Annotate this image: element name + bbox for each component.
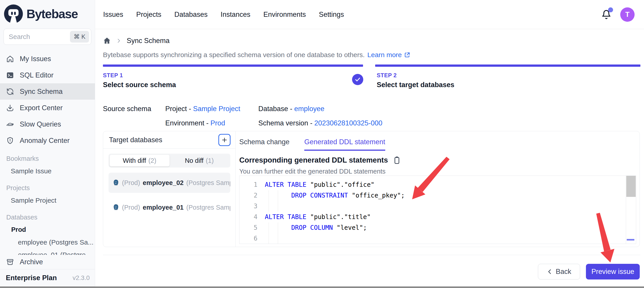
- project-link[interactable]: Sample Project: [193, 105, 240, 113]
- notification-dot: [608, 7, 613, 12]
- editor-scrollbar[interactable]: [626, 176, 636, 244]
- sidebar-section-projects: Projects: [0, 178, 95, 194]
- plan-name: Enterprise Plan: [6, 274, 57, 282]
- indent-guide: [278, 190, 278, 212]
- terminal-icon: [6, 71, 14, 79]
- learn-more-label: Learn more: [367, 51, 402, 59]
- item-name: employee_02: [143, 179, 184, 187]
- sync-icon: [6, 88, 14, 95]
- sidebar-item-label: Slow Queries: [20, 120, 61, 128]
- source-schema-label: Source schema: [103, 105, 165, 113]
- nav-issues[interactable]: Issues: [103, 10, 123, 18]
- environment-link[interactable]: Prod: [210, 119, 225, 127]
- step2-progress-bar: [375, 64, 640, 67]
- footer-divider: [103, 255, 640, 255]
- bytebase-app: Bytebase ⌘ K My Issues SQL Editor: [0, 0, 644, 288]
- line-number: 5: [240, 222, 258, 233]
- breadcrumb-page: Sync Schema: [127, 37, 170, 45]
- sidebar-item-archive[interactable]: Archive: [0, 255, 95, 269]
- sidebar-item-anomaly-center[interactable]: Anomaly Center: [0, 132, 95, 149]
- code-text: DROP CONSTRAINT "office_pkey";: [265, 190, 405, 201]
- code-text: ALTER TABLE "public"."office": [265, 179, 374, 190]
- plan-footer[interactable]: Enterprise Plan v2.3.0: [0, 269, 95, 287]
- preview-issue-button[interactable]: Preview issue: [586, 264, 640, 280]
- notification-bell-icon[interactable]: [602, 10, 611, 19]
- sidebar-item-my-issues[interactable]: My Issues: [0, 51, 95, 67]
- sidebar: Bytebase ⌘ K My Issues SQL Editor: [0, 0, 95, 288]
- nav-environments[interactable]: Environments: [264, 10, 306, 18]
- sidebar-item-slow-queries[interactable]: Slow Queries: [0, 116, 95, 132]
- tab-no-diff[interactable]: No diff (1): [170, 155, 230, 166]
- chevron-left-icon: [547, 269, 553, 275]
- sidebar-nav: My Issues SQL Editor Sync Schema Export …: [0, 51, 95, 149]
- database-key: Database -: [258, 105, 292, 113]
- step-2-title: Select target databases: [377, 81, 454, 89]
- line-number: 4: [240, 212, 258, 222]
- ddl-heading: Corresponding generated DDL statements: [239, 156, 388, 164]
- avatar[interactable]: T: [620, 7, 634, 22]
- postgres-icon: [112, 204, 119, 211]
- step1-progress-bar: [103, 64, 363, 67]
- home-icon[interactable]: [103, 37, 111, 45]
- target-databases-title: Target databases: [109, 136, 162, 144]
- target-database-item[interactable]: (Prod) employee_02 (Postgres Samp...: [108, 173, 230, 193]
- add-target-database-button[interactable]: [218, 134, 230, 146]
- target-database-item[interactable]: (Prod) employee_01 (Postgres Sampl...: [108, 197, 230, 218]
- postgres-icon: [112, 179, 119, 186]
- copy-icon[interactable]: [393, 156, 401, 164]
- nav-instances[interactable]: Instances: [221, 10, 250, 18]
- tab-generated-ddl[interactable]: Generated DDL statement: [304, 138, 385, 151]
- code-text: DROP COLUMN "level";: [265, 222, 367, 233]
- tab-schema-change[interactable]: Schema change: [239, 138, 290, 151]
- download-icon: [6, 104, 14, 112]
- search-shortcut-badge: ⌘ K: [70, 31, 89, 42]
- code-line: 4 ALTER TABLE "public"."title": [240, 212, 626, 222]
- bytebase-logo[interactable]: Bytebase: [0, 0, 95, 23]
- sidebar-item-sql-editor[interactable]: SQL Editor: [0, 67, 95, 83]
- version-link[interactable]: 20230628100325-000: [314, 119, 382, 127]
- item-instance: (Postgres Sampl...: [186, 204, 230, 211]
- step-1-title: Select source schema: [103, 81, 176, 89]
- turtle-icon: [6, 120, 14, 128]
- step-complete-check-icon: [352, 74, 363, 85]
- bytebase-logo-icon: [4, 4, 23, 23]
- tab-count: (1): [206, 157, 214, 164]
- environment-key: Environment -: [165, 119, 208, 127]
- source-database: Database - employee: [258, 105, 382, 113]
- database-link[interactable]: employee: [294, 105, 324, 113]
- sidebar-item-export-center[interactable]: Export Center: [0, 100, 95, 116]
- line-number: 2: [240, 190, 258, 201]
- back-button[interactable]: Back: [538, 264, 580, 280]
- top-nav: Issues Projects Databases Instances Envi…: [103, 10, 344, 18]
- ddl-heading-row: Corresponding generated DDL statements: [239, 156, 401, 164]
- source-version: Schema version - 20230628100325-000: [258, 119, 382, 127]
- sidebar-item-sample-project[interactable]: Sample Project: [0, 194, 95, 207]
- nav-projects[interactable]: Projects: [136, 10, 162, 18]
- sidebar-item-sample-issue[interactable]: Sample Issue: [0, 164, 95, 178]
- tab-with-diff[interactable]: With diff (2): [110, 155, 170, 166]
- item-instance: (Postgres Samp...: [186, 179, 230, 187]
- sync-schema-card: Target databases With diff (2) No diff (…: [103, 131, 640, 247]
- step-2[interactable]: STEP 2 Select target databases: [377, 72, 454, 89]
- source-project: Project - Sample Project: [165, 105, 258, 113]
- sidebar-item-label: Archive: [20, 258, 43, 266]
- sidebar-item-sync-schema[interactable]: Sync Schema: [0, 83, 95, 100]
- source-schema-summary: Source schema Project - Sample Project D…: [103, 105, 382, 127]
- item-name: employee_01: [143, 204, 184, 211]
- main-content: Sync Schema Bytebase supports synchroniz…: [95, 29, 644, 288]
- project-key: Project -: [165, 105, 191, 113]
- ddl-tabs: Schema change Generated DDL statement: [239, 138, 385, 151]
- sidebar-item-database[interactable]: employee (Postgres Sa...: [0, 236, 95, 249]
- code-line: 5 DROP COLUMN "level";: [240, 222, 626, 233]
- target-databases-panel: Target databases With diff (2) No diff (…: [103, 131, 236, 247]
- step-1[interactable]: STEP 1 Select source schema: [103, 72, 176, 89]
- learn-more-link[interactable]: Learn more: [367, 51, 410, 59]
- code-text: ALTER TABLE "public"."title": [265, 212, 371, 222]
- nav-settings[interactable]: Settings: [319, 10, 344, 18]
- tab-count: (2): [148, 157, 156, 164]
- nav-databases[interactable]: Databases: [174, 10, 208, 18]
- diff-filter-tabs: With diff (2) No diff (1): [108, 154, 230, 168]
- scrollbar-thumb[interactable]: [626, 176, 636, 197]
- version-key: Schema version -: [258, 119, 312, 127]
- sidebar-group-prod[interactable]: Prod: [0, 223, 95, 236]
